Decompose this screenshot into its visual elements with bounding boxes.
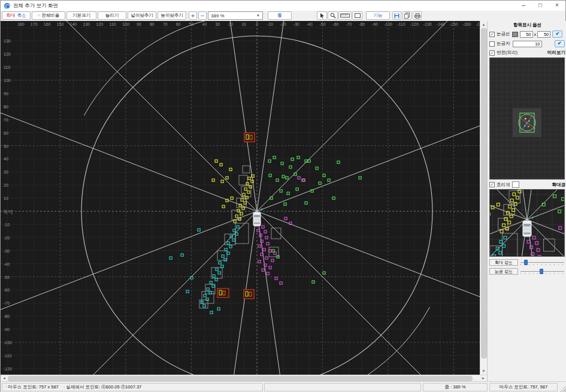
ruler-tool-button[interactable] [338,11,352,20]
ruler-tick-label: -120 [4,366,12,370]
vertical-scrollbar[interactable]: ▲ ▼ [480,21,487,375]
ruler-tick-label: 130 [4,39,11,43]
ruler-tick-label: -100 [4,341,12,345]
blur-checkbox[interactable]: ✓ [489,182,495,187]
maximize-button[interactable]: □ [532,1,549,10]
ruler-tick-label: 40 [4,157,8,161]
preview-dot [528,120,530,122]
ruler-tick-label: -150 [449,22,458,26]
preview-dot [524,125,526,127]
magnifier-tool-button[interactable] [328,11,338,20]
ruler-tick-label: 70 [163,22,168,26]
close-button[interactable]: × [549,1,565,10]
zoom-strength-slider[interactable] [520,259,565,266]
gridline-height-input[interactable]: 50 [537,31,550,38]
grid-strength-slider[interactable] [520,268,565,275]
ruler-tick-label: -70 [4,301,10,305]
stretch-button[interactable]: 늘리기 [98,11,126,20]
status-coordinates: · 마우스 포인트: 757 x 587 · 실제에서 포인트: ⓧ600.05… [2,383,263,391]
horizontal-scrollbar[interactable]: ◄ ► [1,375,487,381]
ruler-tick-label: 40 [202,22,207,26]
status-bar: · 마우스 포인트: 757 x 587 · 실제에서 포인트: ⓧ600.05… [1,381,566,392]
zoom-level-select[interactable]: 389 % ▼ [208,11,263,20]
ruler-tick-label: 50 [189,22,194,26]
magnifier-icon [330,13,336,19]
print-button[interactable] [413,11,422,20]
ruler-tick-label: 120 [4,52,11,56]
ruler-tick-label: -130 [423,22,432,26]
save-button[interactable] [392,11,401,20]
ruler-tick-label: -50 [319,22,325,26]
ruler-label: 눈금자 [497,41,510,47]
ruler-tick-label: -60 [332,22,338,26]
ruler-tick-label: 100 [122,22,129,26]
save-icon [394,13,399,19]
resize-grip[interactable] [559,385,566,392]
gridline-color-swatch[interactable] [512,32,518,37]
scroll-up-icon[interactable]: ▲ [480,21,487,28]
ruler-apply-button[interactable]: ✔ [555,40,565,47]
ruler-tick-label: -20 [4,235,10,239]
radar-canvas[interactable]: 1801701601501401301201101009080706050403… [1,21,480,375]
ruler-tick-label: -110 [4,353,12,357]
ruler-tick-label: 110 [4,65,10,69]
ruler-checkbox[interactable] [489,41,495,47]
ruler-value-input[interactable]: 10 [513,41,542,47]
plus-icon[interactable]: + [189,11,197,20]
minimize-button[interactable]: – [515,1,532,10]
ruler-tick-label: -30 [4,248,10,253]
vertical-scroll-thumb[interactable] [481,28,487,358]
scroll-down-icon[interactable]: ▼ [480,367,487,375]
preview-dot [525,118,526,120]
magnifier-view[interactable] [489,189,565,257]
ruler-tick-label: -10 [4,222,10,226]
invert-checkbox[interactable]: ✓ [489,50,495,56]
ruler-tick-label: 100 [4,78,11,83]
gridline-apply-button[interactable]: ✔ [552,31,562,38]
zoom-strength-thumb[interactable] [524,260,528,265]
zoom-strength-label: 확대 강도 [489,259,518,266]
cursor-tool-button[interactable] [317,11,327,20]
ruler-tick-label: -80 [359,22,365,26]
ruler-tick-label: -120 [410,22,419,26]
ruler-tick-label: -140 [437,22,445,26]
panel-header: 항목표시 옵션 [513,22,541,28]
ruler-tick-label: -110 [397,22,405,26]
region-tool-button[interactable] [352,11,362,20]
status-mouse-point: · 마우스 포인트: 757 x 587 [5,384,59,390]
default-size-button[interactable]: 기본크기 [66,11,96,20]
ruler-tick-label: 120 [96,22,103,26]
tool-button[interactable]: 툴 [268,11,292,20]
ruler-tick-label: 80 [150,22,155,26]
status-mouse-point-right: 마우스 포인트: 757, 587 [489,383,558,391]
full-ratio-button[interactable]: ∷ 전체비율 [32,11,65,20]
ruler-tick-label: 10 [241,22,246,26]
blur-value-input[interactable] [512,181,519,188]
fit-width-button[interactable]: 넓이맞추기 [128,11,156,20]
invert-label: 반전(외각) [497,50,517,56]
ruler-tick-label: 180 [17,22,25,26]
window-title: 전체 추가 보기 화면 [13,2,58,10]
zoom-toggle-button[interactable]: 확대 축소 [2,11,31,20]
options-panel: 항목표시 옵션 ✓ 눈금선 50 x 50 ✔ 눈금자 10 ✔ ✓ 반전(외각… [487,21,566,381]
ruler-tick-label: 130 [83,22,90,26]
fit-height-button[interactable]: 높이맞추기 [158,11,186,20]
gridline-width-input[interactable]: 50 [520,31,533,38]
ruler-tick-label: 70 [4,117,8,121]
horizontal-scroll-thumb[interactable] [8,376,473,381]
minus-icon[interactable]: − [198,11,207,20]
ruler-tick-label: -90 [372,22,378,26]
ruler-tick-label: 90 [4,91,8,95]
function-button[interactable]: 기능 [366,11,390,20]
gridline-checkbox[interactable]: ✓ [489,32,495,37]
ruler-tick-label: -170 [476,22,480,26]
ruler-tick-label: -60 [4,288,10,292]
gridline-label: 눈금선 [497,31,510,37]
copy-icon [404,13,410,19]
ruler-tick-label: 150 [57,22,64,26]
grid-strength-thumb[interactable] [540,269,543,274]
preview-minimap[interactable] [489,57,565,180]
ruler-tick-label: 90 [137,22,141,26]
ruler-tick-label: 30 [4,170,8,174]
copy-button[interactable] [402,11,411,20]
